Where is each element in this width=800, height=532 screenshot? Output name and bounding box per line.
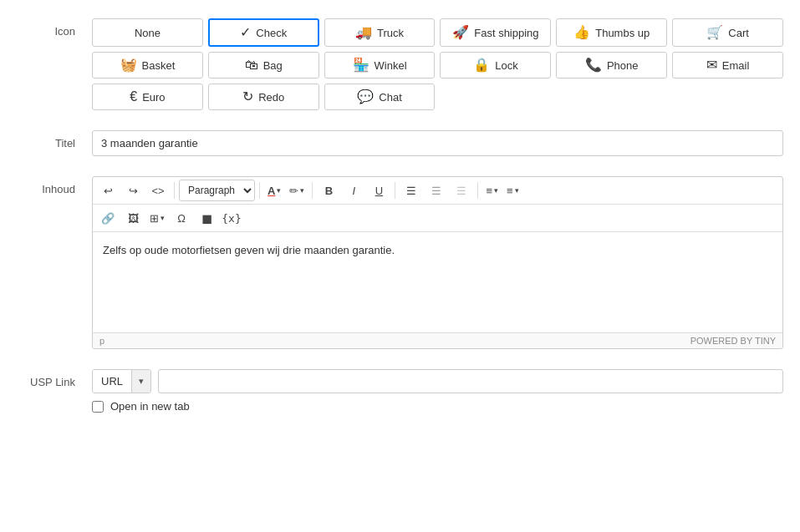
undo-button[interactable]: ↩ bbox=[96, 180, 120, 201]
icon-label-fast-shipping: Fast shipping bbox=[474, 27, 538, 39]
icon-label-euro: Euro bbox=[142, 91, 165, 104]
icon-btn-basket[interactable]: 🧺Basket bbox=[92, 52, 203, 79]
icon-label-truck: Truck bbox=[377, 27, 404, 39]
icon-glyph-basket: 🧺 bbox=[120, 58, 137, 72]
icon-label-email: Email bbox=[722, 59, 750, 72]
icon-grid: None✓Check🚚Truck🚀Fast shipping👍Thumbs up… bbox=[92, 18, 783, 110]
icon-label-redo: Redo bbox=[258, 91, 284, 104]
icon-btn-chat[interactable]: 💬Chat bbox=[324, 84, 436, 110]
icon-glyph-phone: 📞 bbox=[585, 58, 602, 72]
editor-status-bar: p POWERED BY TINY bbox=[93, 332, 782, 348]
ol-icon: ≡ bbox=[486, 185, 492, 197]
url-type-label: URL bbox=[93, 370, 132, 393]
toolbar-separator-1 bbox=[174, 182, 175, 199]
icon-glyph-thumbs-up: 👍 bbox=[573, 26, 590, 39]
titel-label: Titel bbox=[17, 130, 75, 149]
icon-btn-truck[interactable]: 🚚Truck bbox=[324, 18, 436, 47]
powered-by: POWERED BY TINY bbox=[690, 336, 776, 346]
icon-label: Icon bbox=[17, 18, 75, 38]
icon-glyph-euro: € bbox=[130, 90, 137, 104]
font-color-icon: A bbox=[268, 185, 275, 197]
icon-label-none: None bbox=[135, 27, 161, 39]
ordered-list-button[interactable]: ≡ ▾ bbox=[482, 180, 502, 201]
toolbar-separator-3 bbox=[312, 182, 313, 199]
table-icon: ⊞ bbox=[150, 212, 159, 225]
table-button[interactable]: ⊞ ▾ bbox=[146, 207, 168, 229]
open-new-tab-label[interactable]: Open in new tab bbox=[110, 400, 190, 413]
image-button[interactable]: 🖼 bbox=[121, 207, 145, 229]
icon-btn-email[interactable]: ✉Email bbox=[672, 52, 783, 79]
icon-row: Icon None✓Check🚚Truck🚀Fast shipping👍Thum… bbox=[0, 8, 800, 120]
link-button[interactable]: 🔗 bbox=[96, 207, 120, 229]
usp-link-input-row: URL ▾ bbox=[92, 369, 783, 393]
icon-glyph-chat: 💬 bbox=[357, 90, 374, 104]
bold-button[interactable]: B bbox=[317, 180, 340, 201]
icon-glyph-redo: ↻ bbox=[242, 90, 253, 104]
icon-btn-lock[interactable]: 🔒Lock bbox=[440, 52, 551, 79]
code-button[interactable]: <> bbox=[146, 180, 170, 201]
open-new-tab-checkbox[interactable] bbox=[92, 401, 104, 413]
toolbar-separator-4 bbox=[395, 182, 395, 199]
editor-body[interactable]: Zelfs op oude motorfietsen geven wij dri… bbox=[93, 232, 782, 332]
icon-glyph-check: ✓ bbox=[240, 26, 251, 39]
editor-wrapper: ↩ ↪ <> ParagraphHeading 1Heading 2Headin… bbox=[92, 176, 783, 349]
usp-link-content: URL ▾ Open in new tab bbox=[92, 369, 783, 413]
inhoud-label: Inhoud bbox=[17, 176, 75, 195]
editor-toolbar-bottom: 🔗 🖼 ⊞ ▾ Ω ◼ {x} bbox=[93, 205, 782, 232]
icon-label-chat: Chat bbox=[379, 91, 401, 104]
url-type-dropdown-button[interactable]: ▾ bbox=[132, 370, 150, 393]
align-right-button[interactable]: ☰ bbox=[450, 180, 473, 201]
paragraph-select[interactable]: ParagraphHeading 1Heading 2Heading 3 bbox=[179, 180, 255, 201]
unordered-list-button[interactable]: ≡ ▾ bbox=[503, 180, 522, 201]
highlight-button[interactable]: ✏ ▾ bbox=[286, 180, 308, 201]
icon-glyph-cart: 🛒 bbox=[706, 26, 723, 39]
icon-btn-cart[interactable]: 🛒Cart bbox=[672, 18, 783, 47]
icon-label-lock: Lock bbox=[495, 59, 517, 72]
editor-tag: p bbox=[99, 336, 104, 346]
usp-link-label: USP Link bbox=[17, 369, 75, 388]
italic-button[interactable]: I bbox=[342, 180, 365, 201]
icon-btn-thumbs-up[interactable]: 👍Thumbs up bbox=[556, 18, 667, 47]
icon-btn-redo[interactable]: ↻Redo bbox=[208, 84, 319, 110]
icon-label-bag: Bag bbox=[263, 59, 283, 72]
icon-glyph-truck: 🚚 bbox=[355, 26, 372, 39]
icon-btn-fast-shipping[interactable]: 🚀Fast shipping bbox=[440, 18, 551, 47]
toolbar-separator-2 bbox=[259, 182, 260, 199]
underline-button[interactable]: U bbox=[367, 180, 390, 201]
titel-input[interactable] bbox=[92, 130, 783, 156]
align-center-button[interactable]: ☰ bbox=[425, 180, 448, 201]
icon-glyph-lock: 🔒 bbox=[473, 58, 490, 72]
icon-label-winkel: Winkel bbox=[375, 59, 407, 72]
url-value-input[interactable] bbox=[158, 369, 783, 393]
icon-label-basket: Basket bbox=[142, 59, 176, 72]
icon-btn-euro[interactable]: €Euro bbox=[92, 84, 203, 110]
icon-btn-none[interactable]: None bbox=[92, 18, 203, 47]
font-color-button[interactable]: A ▾ bbox=[264, 180, 284, 201]
icon-label-cart: Cart bbox=[728, 27, 749, 39]
icon-btn-check[interactable]: ✓Check bbox=[208, 18, 319, 47]
icon-btn-winkel[interactable]: 🏪Winkel bbox=[324, 52, 436, 79]
icon-btn-bag[interactable]: 🛍Bag bbox=[208, 52, 319, 79]
ul-icon: ≡ bbox=[507, 185, 513, 197]
usp-link-row: USP Link URL ▾ Open in new tab bbox=[0, 359, 800, 423]
open-new-tab-row: Open in new tab bbox=[92, 400, 783, 413]
titel-row: Titel bbox=[0, 120, 800, 166]
editor-toolbar-top: ↩ ↪ <> ParagraphHeading 1Heading 2Headin… bbox=[93, 177, 782, 205]
block-button[interactable]: ◼ bbox=[195, 207, 218, 229]
toolbar-separator-5 bbox=[477, 182, 478, 199]
icon-glyph-email: ✉ bbox=[706, 58, 717, 72]
icon-glyph-winkel: 🏪 bbox=[353, 58, 369, 72]
url-type-wrapper: URL ▾ bbox=[92, 369, 151, 393]
omega-button[interactable]: Ω bbox=[170, 207, 193, 229]
font-color-arrow: ▾ bbox=[277, 186, 281, 195]
inhoud-content: ↩ ↪ <> ParagraphHeading 1Heading 2Headin… bbox=[92, 176, 783, 349]
variable-button[interactable]: {x} bbox=[220, 207, 243, 229]
ul-arrow: ▾ bbox=[515, 186, 519, 195]
icon-btn-phone[interactable]: 📞Phone bbox=[556, 52, 667, 79]
icon-glyph-fast-shipping: 🚀 bbox=[452, 26, 469, 39]
align-left-button[interactable]: ☰ bbox=[400, 180, 423, 201]
redo-tb-button[interactable]: ↪ bbox=[121, 180, 145, 201]
icon-label-thumbs-up: Thumbs up bbox=[595, 27, 650, 39]
icon-grid-container: None✓Check🚚Truck🚀Fast shipping👍Thumbs up… bbox=[92, 18, 783, 110]
highlight-arrow: ▾ bbox=[300, 186, 304, 195]
